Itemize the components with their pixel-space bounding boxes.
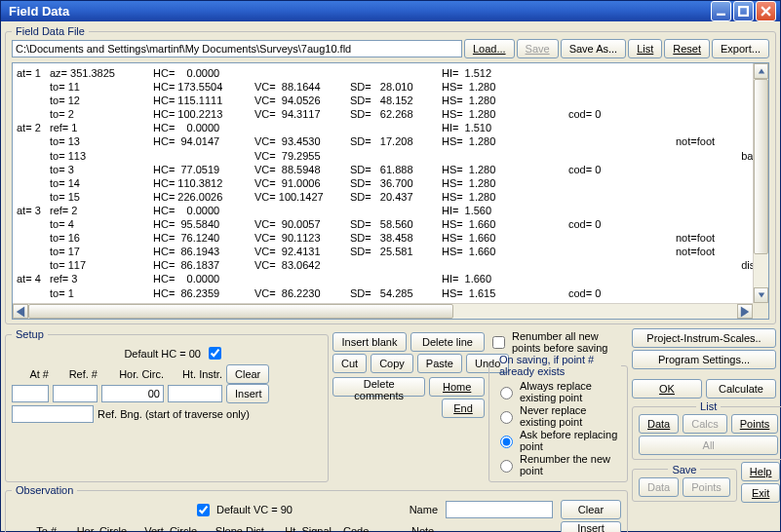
setup-legend: Setup — [12, 328, 48, 340]
data-row[interactable]: to= 11HC= 173.5504VC= 88.1644SD= 28.010H… — [17, 81, 766, 95]
delete-line-button[interactable]: Delete line — [410, 332, 485, 352]
scroll-left-button[interactable] — [13, 304, 28, 319]
radio-never[interactable]: Never replace existing point — [495, 404, 621, 428]
vc-label: Vert. Circle — [131, 525, 197, 532]
calculate-button[interactable]: Calculate — [706, 379, 776, 399]
close-button[interactable] — [756, 1, 776, 21]
save-button[interactable]: Save — [517, 39, 559, 58]
onsave-fieldset: On saving, if point # already exists Alw… — [488, 354, 628, 482]
insert-blank-button[interactable]: Insert blank — [332, 332, 407, 352]
exit-button[interactable]: Exit — [741, 483, 781, 503]
data-row[interactable]: to= 13HC= 94.0147VC= 93.4530SD= 17.208HS… — [17, 135, 766, 149]
obs-clear-button[interactable]: Clear — [561, 500, 621, 519]
horcirc-label: Hor. Circ. — [101, 368, 164, 380]
observation-legend: Observation — [12, 484, 77, 496]
end-button[interactable]: End — [442, 399, 485, 418]
data-row[interactable]: to= 117HC= 86.1837VC= 83.0642 dis= prev — [17, 259, 766, 273]
radio-ask[interactable]: Ask before replacing point — [495, 429, 621, 452]
maximize-button[interactable] — [733, 1, 754, 21]
name-input[interactable] — [446, 501, 553, 518]
file-path-input[interactable] — [12, 40, 462, 57]
list-data-button[interactable]: Data — [639, 414, 679, 434]
insert-obs-button[interactable]: Insert obs — [561, 521, 621, 532]
horcirc-input[interactable] — [101, 385, 164, 402]
save-data-button[interactable]: Data — [639, 477, 679, 497]
data-row[interactable]: to= 17HC= 86.1943VC= 92.4131SD= 25.581HS… — [17, 246, 766, 259]
setup-insert-button[interactable]: Insert — [226, 384, 269, 403]
htinstr-input[interactable] — [168, 385, 222, 402]
at-input[interactable] — [12, 385, 49, 402]
data-row[interactable]: at= 4ref= 3HC= 0.0000HI= 1.660 — [17, 273, 766, 286]
default-hc-label: Default HC = 00 — [124, 348, 201, 360]
scroll-up-button[interactable] — [754, 63, 768, 79]
home-button[interactable]: Home — [429, 377, 485, 397]
data-row[interactable]: to= 3HC= 77.0519VC= 88.5948SD= 61.888HS=… — [17, 164, 766, 177]
minimize-button[interactable] — [711, 1, 731, 21]
data-row[interactable]: to= 1HC= 86.2359VC= 86.2230SD= 54.285HS=… — [17, 287, 766, 301]
data-row[interactable]: at= 3ref= 2HC= 0.0000HI= 1.560 — [17, 205, 766, 218]
data-row[interactable]: to= 15HC= 226.0026VC= 100.1427SD= 20.437… — [17, 191, 766, 205]
list-fieldset: List DataCalcsPoints All — [632, 400, 781, 460]
ref-input[interactable] — [53, 385, 98, 402]
scroll-down-button[interactable] — [754, 287, 768, 303]
load-button[interactable]: Load... — [464, 39, 515, 58]
data-row[interactable]: to= 4HC= 95.5840VC= 90.0057SD= 58.560HS=… — [17, 218, 766, 232]
reset-button[interactable]: Reset — [664, 39, 710, 58]
at-label: At # — [12, 368, 49, 380]
data-row[interactable]: at= 2ref= 1HC= 0.0000HI= 1.510 — [17, 122, 766, 135]
save-legend: Save — [668, 464, 700, 475]
ok-button[interactable]: OK — [632, 379, 702, 399]
default-hc-checkbox[interactable] — [209, 347, 221, 360]
note-label: Note — [404, 525, 450, 532]
setup-fieldset: Setup Default HC = 00 At # Ref. # Hor. C… — [5, 328, 329, 482]
program-settings-button[interactable]: Program Settings... — [632, 350, 776, 369]
help-button[interactable]: Help — [741, 462, 781, 481]
name-label: Name — [410, 504, 438, 515]
vertical-scrollbar[interactable] — [753, 63, 768, 303]
to-label: To # — [12, 525, 57, 532]
renumber-checkbox[interactable] — [492, 336, 505, 349]
scroll-thumb-h[interactable] — [28, 304, 453, 319]
data-row[interactable]: to= 14HC= 110.3812VC= 91.0006SD= 36.700H… — [17, 177, 766, 191]
sd-label: Slope Dist. — [201, 525, 267, 532]
setup-clear-button[interactable]: Clear — [226, 364, 269, 384]
data-row[interactable]: to= 113VC= 79.2955 bas= prev — [17, 150, 766, 164]
export-button[interactable]: Export... — [712, 39, 769, 58]
window-title: Field Data — [5, 4, 711, 19]
horizontal-scrollbar[interactable] — [13, 303, 753, 319]
list-calcs-button[interactable]: Calcs — [683, 414, 727, 434]
copy-button[interactable]: Copy — [371, 354, 413, 373]
scroll-thumb-v[interactable] — [754, 79, 768, 254]
scroll-corner — [753, 303, 768, 319]
data-row[interactable]: to= 2HC= 100.2213VC= 94.3117SD= 62.268HS… — [17, 108, 766, 122]
list-button[interactable]: List — [628, 39, 662, 58]
renumber-checkbox-label[interactable]: Renumber all new points before saving — [488, 330, 628, 354]
list-legend: List — [696, 400, 721, 412]
ref-label: Ref. # — [53, 368, 98, 380]
refbng-input[interactable] — [12, 405, 94, 423]
refbng-label: Ref. Bng. (start of traverse only) — [98, 408, 250, 420]
list-all-button[interactable]: All — [639, 436, 778, 455]
titlebar: Field Data — [1, 1, 780, 21]
hs-label: Ht. Signal — [271, 525, 332, 532]
project-instrum-scales-button[interactable]: Project-Instrum-Scales.. — [632, 328, 776, 348]
cut-button[interactable]: Cut — [332, 354, 367, 373]
data-row[interactable]: at= 1az= 351.3825HC= 0.0000HI= 1.512 — [17, 67, 766, 81]
htinstr-label: Ht. Instr. — [168, 368, 222, 380]
radio-renum[interactable]: Renumber the new point — [495, 453, 621, 476]
list-points-button[interactable]: Points — [731, 414, 779, 434]
code-label: Code — [335, 525, 400, 532]
default-vc-checkbox[interactable] — [197, 504, 210, 516]
data-row[interactable]: to= 16HC= 76.1240VC= 90.1123SD= 38.458HS… — [17, 232, 766, 246]
default-vc-checkbox-label[interactable]: Default VC = 90 — [193, 501, 293, 519]
delete-comments-button[interactable]: Delete comments — [332, 377, 425, 397]
observation-fieldset: Observation Default VC = 90 Name Clear T… — [5, 484, 628, 532]
data-row[interactable]: to= 12HC= 115.1111VC= 94.0526SD= 48.152H… — [17, 95, 766, 108]
paste-button[interactable]: Paste — [417, 354, 462, 373]
save-as-button[interactable]: Save As... — [561, 39, 627, 58]
save-points-button[interactable]: Points — [683, 477, 730, 497]
radio-always[interactable]: Always replace existing point — [495, 380, 621, 403]
data-grid[interactable]: at= 1az= 351.3825HC= 0.0000HI= 1.512to= … — [12, 62, 769, 320]
onsave-legend: On saving, if point # already exists — [495, 354, 621, 377]
scroll-right-button[interactable] — [737, 304, 753, 319]
